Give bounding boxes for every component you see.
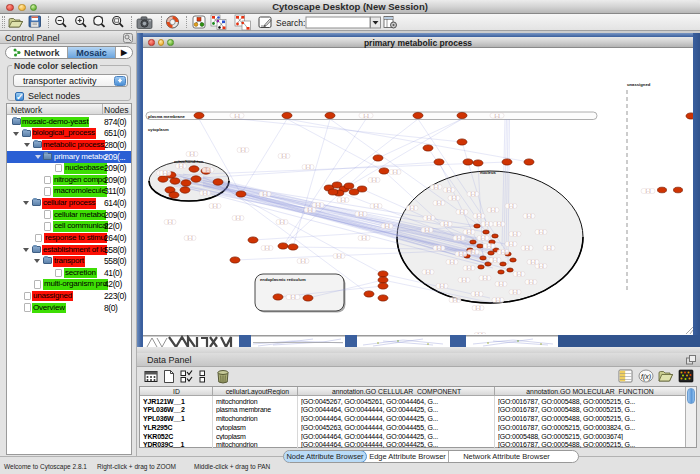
svg-text:[...]: [...] bbox=[491, 208, 496, 212]
svg-text:[...]: [...] bbox=[646, 189, 651, 193]
svg-text:[...]: [...] bbox=[374, 204, 379, 208]
svg-text:[...]: [...] bbox=[457, 236, 462, 240]
svg-text:Search:: Search: bbox=[276, 18, 305, 28]
svg-text:[...]: [...] bbox=[531, 260, 536, 264]
svg-text:[...]: [...] bbox=[341, 198, 346, 202]
svg-text:[...]: [...] bbox=[301, 259, 306, 263]
svg-text:[...]: [...] bbox=[496, 298, 501, 302]
svg-text:[...]: [...] bbox=[265, 246, 270, 250]
svg-text:[...]: [...] bbox=[513, 290, 518, 294]
svg-text:[...]: [...] bbox=[206, 168, 211, 172]
svg-text:[...]: [...] bbox=[452, 196, 457, 200]
svg-text:[...]: [...] bbox=[282, 154, 287, 158]
svg-text:[...]: [...] bbox=[467, 230, 472, 234]
svg-text:[...]: [...] bbox=[525, 246, 530, 250]
svg-text:[...]: [...] bbox=[499, 282, 504, 286]
svg-text:[...]: [...] bbox=[539, 264, 544, 268]
svg-text:[...]: [...] bbox=[460, 210, 465, 214]
svg-text:[...]: [...] bbox=[427, 216, 432, 220]
svg-text:[...]: [...] bbox=[362, 236, 367, 240]
svg-text:f(x): f(x) bbox=[641, 373, 651, 381]
svg-text:[...]: [...] bbox=[359, 212, 364, 216]
svg-text:[...]: [...] bbox=[393, 170, 398, 174]
svg-text:[...]: [...] bbox=[372, 178, 377, 182]
svg-text:[...]: [...] bbox=[501, 250, 506, 254]
svg-text:[...]: [...] bbox=[462, 278, 467, 282]
svg-text:[...]: [...] bbox=[487, 244, 492, 248]
svg-text:mitochondrion: mitochondrion bbox=[174, 159, 204, 164]
svg-text:[...]: [...] bbox=[337, 254, 342, 258]
svg-text:[...]: [...] bbox=[306, 165, 311, 169]
svg-text:[...]: [...] bbox=[308, 208, 313, 212]
svg-text:cytoplasm: cytoplasm bbox=[148, 127, 169, 132]
svg-text:[...]: [...] bbox=[476, 306, 481, 310]
svg-text:[...]: [...] bbox=[291, 295, 296, 299]
svg-text:[...]: [...] bbox=[280, 220, 285, 224]
svg-text:[...]: [...] bbox=[236, 216, 241, 220]
svg-text:[...]: [...] bbox=[450, 260, 455, 264]
svg-text:[...]: [...] bbox=[190, 152, 195, 156]
svg-text:[...]: [...] bbox=[447, 188, 452, 192]
svg-text:[...]: [...] bbox=[437, 201, 442, 205]
svg-text:[...]: [...] bbox=[527, 214, 532, 218]
svg-text:[...]: [...] bbox=[497, 222, 502, 226]
svg-text:[...]: [...] bbox=[539, 230, 544, 234]
svg-text:[...]: [...] bbox=[495, 114, 500, 118]
svg-text:[...]: [...] bbox=[437, 246, 442, 250]
svg-text:[...]: [...] bbox=[385, 224, 390, 228]
svg-text:[...]: [...] bbox=[163, 171, 168, 175]
svg-text:[...]: [...] bbox=[481, 236, 486, 240]
svg-text:[...]: [...] bbox=[453, 298, 458, 302]
svg-text:[...]: [...] bbox=[410, 206, 415, 210]
svg-text:[...]: [...] bbox=[364, 114, 369, 118]
svg-text:unassigned: unassigned bbox=[627, 82, 651, 87]
svg-text:[...]: [...] bbox=[483, 276, 488, 280]
svg-text:[...]: [...] bbox=[434, 185, 439, 189]
svg-text:[...]: [...] bbox=[513, 232, 518, 236]
svg-text:[...]: [...] bbox=[547, 246, 552, 250]
svg-text:[...]: [...] bbox=[168, 220, 173, 224]
svg-text:[...]: [...] bbox=[263, 192, 268, 196]
svg-text:[...]: [...] bbox=[241, 148, 246, 152]
svg-text:[...]: [...] bbox=[425, 228, 430, 232]
svg-text:[...]: [...] bbox=[188, 236, 193, 240]
svg-text:[...]: [...] bbox=[426, 270, 431, 274]
svg-text:[...]: [...] bbox=[179, 164, 184, 168]
svg-text:[...]: [...] bbox=[471, 192, 476, 196]
svg-text:[...]: [...] bbox=[235, 114, 240, 118]
svg-text:[...]: [...] bbox=[213, 204, 218, 208]
svg-text:[...]: [...] bbox=[316, 203, 321, 207]
svg-text:[...]: [...] bbox=[529, 280, 534, 284]
svg-text:[...]: [...] bbox=[203, 191, 208, 195]
svg-text:plasma membrane: plasma membrane bbox=[148, 114, 185, 119]
svg-text:[...]: [...] bbox=[475, 292, 480, 296]
svg-text:[...]: [...] bbox=[517, 272, 522, 276]
svg-text:[...]: [...] bbox=[485, 222, 490, 226]
svg-text:[...]: [...] bbox=[509, 204, 514, 208]
svg-text:[...]: [...] bbox=[467, 266, 472, 270]
svg-text:[...]: [...] bbox=[459, 252, 464, 256]
svg-text:[...]: [...] bbox=[440, 284, 445, 288]
svg-text:endoplasmic reticulum: endoplasmic reticulum bbox=[260, 277, 306, 282]
svg-text:[...]: [...] bbox=[509, 242, 514, 246]
svg-text:[...]: [...] bbox=[471, 250, 476, 254]
svg-text:[...]: [...] bbox=[444, 222, 449, 226]
svg-text:[...]: [...] bbox=[477, 214, 482, 218]
svg-text:nucleus: nucleus bbox=[480, 170, 496, 175]
svg-text:[...]: [...] bbox=[493, 258, 498, 262]
